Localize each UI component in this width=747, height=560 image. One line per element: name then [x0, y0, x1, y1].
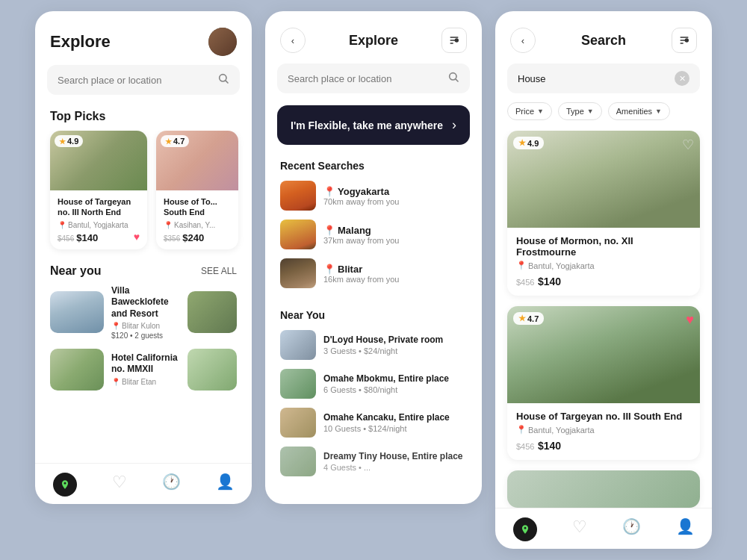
rs-dist-1: 70km away from you	[323, 197, 399, 206]
heart-icon-1[interactable]: ♥	[134, 231, 140, 243]
pick-location-2: 📍 Kasihan, Y...	[164, 221, 231, 229]
pick-card-2[interactable]: ★ 4.7 House of To... South End 📍 Kasihan…	[156, 131, 238, 249]
nav-explore-1[interactable]	[53, 473, 77, 497]
ny-info-1: D'Loyd House, Private room 3 Guests • $2…	[323, 335, 443, 355]
result-card-1[interactable]: ★ 4.9 ♡ House of Mormon, no. XII Frostmo…	[507, 131, 700, 296]
bottom-nav-3: ♡ 🕐 👤	[495, 508, 712, 549]
rs-city-2: 📍 Malang	[323, 225, 399, 236]
result-fav-2[interactable]: ♥	[686, 312, 694, 328]
rs-item-1[interactable]: 📍 Yogyakarta 70km away from you	[280, 181, 467, 211]
rs-img-3	[280, 258, 316, 288]
near-you-title: Near you	[50, 264, 101, 278]
explore-active-icon-3	[513, 517, 537, 541]
search-input-2[interactable]	[288, 73, 441, 84]
rs-img-bg-3	[280, 258, 316, 288]
nav-explore-3[interactable]	[513, 517, 537, 541]
filter-button-2[interactable]	[441, 28, 467, 53]
result-img-bg-3	[507, 470, 700, 508]
result-img-1: ★ 4.9 ♡	[507, 131, 700, 228]
screen2-title: Explore	[349, 33, 398, 49]
result-price-old-2: $456	[516, 442, 534, 451]
user-nav-icon-3: 👤	[676, 517, 695, 535]
search-bar-3[interactable]: ✕	[507, 63, 700, 93]
result-card-2[interactable]: ★ 4.7 ♥ House of Targeyan no. III South …	[507, 306, 700, 460]
pick-info-1: House of Targeyan no. III North End 📍 Ba…	[50, 190, 147, 249]
clear-search-button[interactable]: ✕	[675, 71, 689, 86]
result-price-new-1: $140	[538, 276, 561, 287]
screen3-title: Search	[581, 33, 626, 49]
near-item-1[interactable]: Villa Bawecklofete and Resort 📍 Blitar K…	[50, 285, 237, 340]
nav-heart-1[interactable]: ♡	[112, 473, 127, 497]
near-info-2: Hotel California no. MMXII 📍 Blitar Etan	[111, 352, 180, 388]
ny-item-1[interactable]: D'Loyd House, Private room 3 Guests • $2…	[280, 330, 467, 360]
nav-user-3[interactable]: 👤	[676, 517, 695, 541]
near-you-list: Villa Bawecklofete and Resort 📍 Blitar K…	[35, 285, 252, 391]
ny-item-3[interactable]: Omahe Kancaku, Entire place 10 Guests • …	[280, 408, 467, 438]
result-name-1: House of Mormon, no. XII Frostmourne	[516, 235, 691, 258]
near-name-1: Villa Bawecklofete and Resort	[111, 285, 180, 320]
nav-user-1[interactable]: 👤	[216, 473, 235, 497]
screen3-header: ‹ Search	[495, 11, 712, 63]
result-img-3	[507, 470, 700, 508]
result-info-1: House of Mormon, no. XII Frostmourne 📍 B…	[507, 228, 700, 296]
ny-name-4: Dreamy Tiny House, Entire place	[323, 451, 463, 461]
rs-dist-3: 16km away from you	[323, 275, 399, 284]
price-filter-chip[interactable]: Price ▼	[507, 102, 552, 120]
result-fav-1[interactable]: ♡	[682, 137, 694, 153]
search-input-3[interactable]	[518, 73, 669, 84]
pin-rs-2: 📍	[323, 225, 335, 236]
star-result-2: ★	[518, 314, 526, 323]
screen-2-explore-search: ‹ Explore I'm Flexible, take me anywhere…	[265, 11, 482, 504]
pick-price-2: $356 $240	[164, 232, 231, 243]
search-bar-1[interactable]	[47, 65, 240, 95]
rs-info-3: 📍 Blitar 16km away from you	[323, 264, 399, 284]
back-button-3[interactable]: ‹	[510, 28, 536, 53]
ny-img-1	[280, 330, 316, 360]
ny-detail-2: 6 Guests • $80/night	[323, 385, 449, 394]
near-loc-2: 📍 Blitar Etan	[111, 378, 180, 386]
nav-clock-3[interactable]: 🕐	[622, 517, 641, 541]
search-bar-2[interactable]	[277, 63, 470, 93]
near-img-alt-2	[187, 349, 237, 391]
pick-info-2: House of To... South End 📍 Kasihan, Y...…	[156, 190, 238, 249]
explore-active-icon	[53, 473, 77, 497]
rs-item-2[interactable]: 📍 Malang 37km away from you	[280, 220, 467, 249]
pick-name-1: House of Targeyan no. III North End	[58, 196, 140, 218]
nav-heart-3[interactable]: ♡	[572, 517, 587, 541]
amenities-filter-chip[interactable]: Amenities ▼	[608, 102, 670, 120]
avatar[interactable]	[208, 28, 237, 56]
type-filter-chip[interactable]: Type ▼	[558, 102, 602, 120]
result-img-2: ★ 4.7 ♥	[507, 306, 700, 403]
ny-img-bg-1	[280, 330, 316, 360]
rs-info-2: 📍 Malang 37km away from you	[323, 225, 399, 245]
pick-name-2: House of To... South End	[164, 196, 231, 218]
pick-img-1: ★ 4.9	[50, 131, 147, 190]
see-all-button[interactable]: SEE ALL	[201, 266, 237, 276]
rs-img-2	[280, 220, 316, 249]
rs-dist-2: 37km away from you	[323, 236, 399, 245]
ny-img-bg-4	[280, 447, 316, 476]
rating-value-2: 4.7	[173, 137, 185, 146]
back-button-2[interactable]: ‹	[280, 28, 306, 53]
clock-nav-icon-3: 🕐	[622, 517, 641, 535]
near-img-bg-1	[50, 291, 104, 333]
pin-rs-3: 📍	[323, 264, 335, 275]
filter-button-3[interactable]	[672, 28, 697, 53]
screen-3-search-results: ‹ Search ✕ Price ▼ Type ▼ Amen	[495, 11, 712, 549]
price-old-2: $356	[164, 234, 180, 243]
user-nav-icon: 👤	[216, 473, 235, 491]
pick-card-1[interactable]: ★ 4.9 House of Targeyan no. III North En…	[50, 131, 147, 249]
ny-item-4[interactable]: Dreamy Tiny House, Entire place 4 Guests…	[280, 447, 467, 476]
flexible-button[interactable]: I'm Flexible, take me anywhere ›	[277, 105, 470, 145]
rs-item-3[interactable]: 📍 Blitar 16km away from you	[280, 258, 467, 288]
near-img-alt-1	[187, 291, 237, 333]
pin-icon-2: 📍	[164, 221, 173, 229]
near-item-2[interactable]: Hotel California no. MMXII 📍 Blitar Etan	[50, 349, 237, 391]
result-card-3[interactable]	[507, 470, 700, 508]
near-you-title-2: Near You	[280, 309, 467, 321]
search-input-1[interactable]	[58, 75, 211, 86]
nav-clock-1[interactable]: 🕐	[162, 473, 181, 497]
result-price-row-1: $456 $140	[516, 275, 691, 288]
ny-item-2[interactable]: Omahe Mbokmu, Entire place 6 Guests • $8…	[280, 369, 467, 399]
result-loc-1: 📍 Bantul, Yogjakarta	[516, 261, 691, 270]
